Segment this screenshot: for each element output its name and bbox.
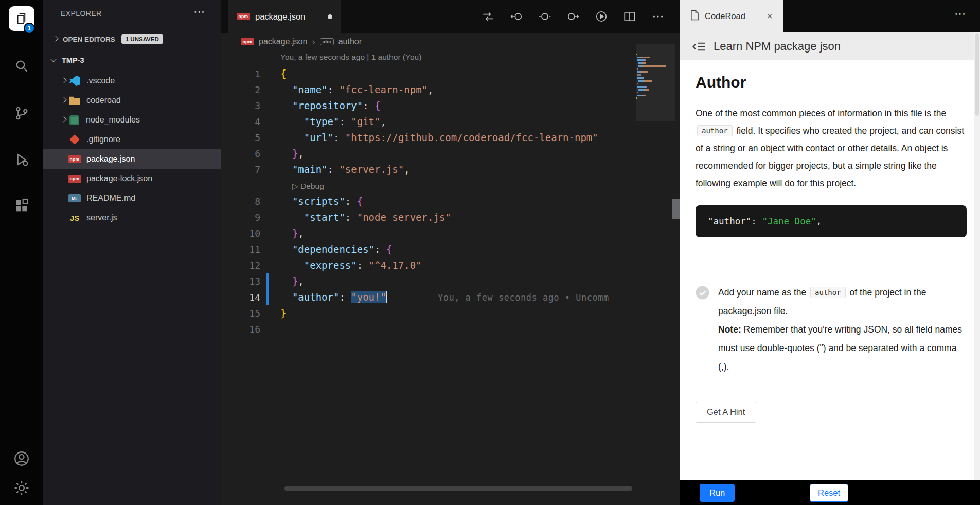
more-actions-icon[interactable]: ⋯: [954, 7, 967, 21]
code-line-13[interactable]: 13 },: [221, 273, 636, 289]
tab-package-json[interactable]: npm package.json: [228, 0, 341, 33]
minimap-content: [636, 44, 675, 102]
code-line-4[interactable]: 4 "type": "git",: [221, 114, 636, 130]
run-debug-icon: [13, 151, 30, 170]
code-line-5[interactable]: 5 "url": "https://github.com/coderoad/fc…: [221, 130, 636, 146]
breadcrumb-separator: ›: [312, 36, 315, 47]
code-text: "author": "you!"You, a few seconds ago •…: [280, 289, 609, 306]
minimap-line: [636, 86, 675, 88]
code-line-15[interactable]: 15}: [221, 305, 636, 321]
minimap-line: [636, 57, 675, 58]
codelens-authors[interactable]: You, a few seconds ago | 1 author (You): [280, 53, 421, 62]
minimap-line: [636, 95, 675, 96]
search-activity-button[interactable]: [0, 53, 43, 81]
code-line-10[interactable]: 10 },: [221, 225, 636, 241]
close-icon[interactable]: ×: [767, 10, 773, 22]
file-item-package.json[interactable]: npmpackage.json: [43, 149, 221, 169]
line-number: 14: [221, 289, 260, 305]
coderoad-footer: Run Reset: [680, 480, 980, 505]
panel-scrollbar[interactable]: [974, 32, 980, 480]
text-segment: Note:: [718, 324, 741, 335]
code-line-6[interactable]: 6 },: [221, 146, 636, 162]
code-text: "scripts": {: [280, 194, 363, 210]
code-line-7[interactable]: 7 "main": "server.js",: [221, 162, 636, 178]
accounts-button[interactable]: [0, 445, 43, 474]
code-text: "type": "git",: [280, 114, 386, 130]
reset-button[interactable]: Reset: [810, 484, 848, 502]
tab-label: package.json: [255, 12, 305, 22]
toc-back-icon[interactable]: [692, 40, 706, 54]
unsaved-dot-icon[interactable]: [328, 14, 332, 19]
code-line-3[interactable]: 3 "repository": {: [221, 98, 636, 114]
text-segment: field. It specifies who created the proj…: [696, 126, 964, 188]
file-item-README.md[interactable]: M↓README.md: [43, 188, 221, 208]
code-line-8[interactable]: 8 "scripts": {: [221, 194, 636, 210]
file-name: package.json: [86, 154, 135, 164]
code-text: "dependencies": {: [280, 241, 392, 257]
code-line-9[interactable]: 9 "start": "node server.js": [221, 210, 636, 225]
code-line-11[interactable]: 11 "dependencies": {: [221, 241, 636, 257]
git-file-icon: [69, 134, 80, 145]
minimap-line: [636, 54, 675, 55]
explorer-activity-button[interactable]: 1: [0, 4, 43, 33]
divider: [680, 255, 980, 255]
settings-button[interactable]: [0, 475, 43, 503]
git-branch-icon: [13, 105, 30, 124]
code-text: "url": "https://github.com/coderoad/fcc-…: [280, 130, 598, 146]
inline-code: author: [697, 125, 733, 136]
minimap-line: [636, 59, 675, 61]
code-line-14[interactable]: 14 "author": "you!"You, a few seconds ag…: [221, 289, 636, 305]
source-control-activity-button[interactable]: [0, 100, 43, 129]
minimap-line: [636, 62, 675, 64]
run-button[interactable]: Run: [700, 484, 735, 502]
minimap-line: [636, 97, 675, 99]
line-number: 9: [221, 210, 260, 225]
folder-file-icon: [69, 96, 80, 105]
npm-file-icon: npm: [241, 38, 254, 45]
chevron-placeholder: [60, 135, 68, 144]
extensions-activity-button[interactable]: [0, 192, 43, 221]
code-line-16[interactable]: 16: [221, 321, 636, 337]
run-debug-activity-button[interactable]: [0, 146, 43, 175]
code-editor[interactable]: 1{2 "name": "fcc-learn-npm",3 "repositor…: [221, 66, 636, 337]
code-line-2[interactable]: 2 "name": "fcc-learn-npm",: [221, 82, 636, 98]
breadcrumb-symbol[interactable]: author: [338, 37, 362, 46]
extensions-icon: [13, 197, 30, 216]
compare-changes-icon[interactable]: [482, 10, 495, 23]
workspace-root-folder[interactable]: TMP-3: [43, 51, 221, 69]
get-hint-button[interactable]: Get A Hint: [696, 402, 756, 423]
code-text: },: [280, 273, 304, 289]
minimap-line: [636, 71, 675, 73]
run-or-debug-icon[interactable]: [595, 10, 608, 23]
next-change-icon[interactable]: [566, 10, 580, 23]
vertical-scrollbar-thumb[interactable]: [672, 199, 680, 219]
text-segment: One of the most common pieces of informa…: [696, 108, 946, 118]
breadcrumb-file[interactable]: package.json: [259, 37, 307, 46]
change-marker-icon[interactable]: [538, 10, 551, 23]
scrollbar-thumb[interactable]: [975, 33, 979, 116]
code-line-1[interactable]: 1{: [221, 66, 636, 82]
codelens-debug[interactable]: ▷ Debug: [221, 178, 636, 194]
code-text: "express": "^4.17.0": [280, 257, 422, 273]
file-item-server.js[interactable]: JSserver.js: [43, 208, 221, 228]
split-editor-icon[interactable]: [623, 10, 636, 23]
code-line-12[interactable]: 12 "express": "^4.17.0": [221, 257, 636, 273]
tab-coderoad[interactable]: CodeRoad ×: [680, 0, 783, 32]
inline-code: author: [810, 287, 846, 298]
tutorial-title: Learn NPM package json: [714, 40, 841, 53]
sidebar-more-actions-icon[interactable]: ⋯: [193, 5, 206, 19]
file-item-package-lock.json[interactable]: npmpackage-lock.json: [43, 169, 221, 188]
chevron-placeholder: [60, 155, 68, 163]
more-actions-icon[interactable]: [651, 10, 665, 23]
file-item-node_modules[interactable]: node_modules: [43, 110, 221, 130]
file-item-.gitignore[interactable]: .gitignore: [43, 130, 221, 149]
horizontal-scrollbar[interactable]: [284, 486, 632, 491]
code-text: {: [280, 66, 286, 82]
file-item-.vscode[interactable]: .vscode: [43, 71, 221, 91]
open-editors-section[interactable]: OPEN EDITORS 1 UNSAVED: [43, 31, 221, 47]
gear-icon: [13, 479, 30, 499]
minimap[interactable]: [636, 44, 675, 312]
explorer-badge: 1: [24, 23, 35, 34]
previous-change-icon[interactable]: [510, 10, 523, 23]
file-item-coderoad[interactable]: coderoad: [43, 91, 221, 110]
